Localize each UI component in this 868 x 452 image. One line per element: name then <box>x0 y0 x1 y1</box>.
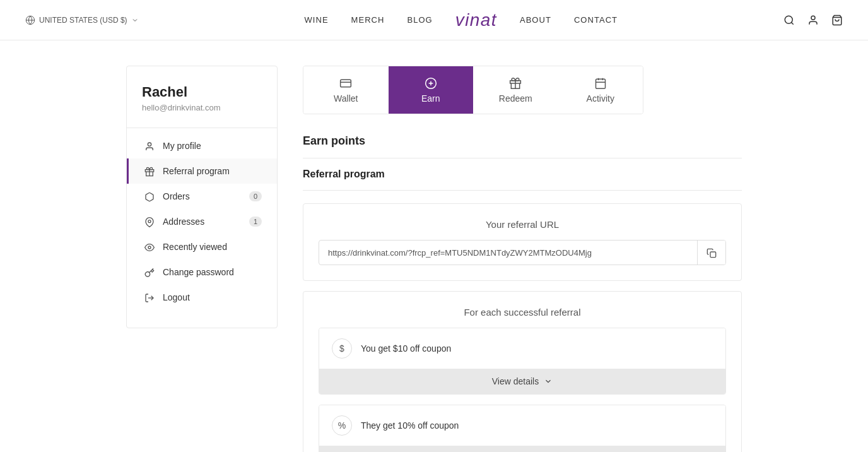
tab-activity[interactable]: Activity <box>558 66 643 114</box>
sidebar: Rachel hello@drinkvinat.com My profile <box>126 66 278 328</box>
copy-url-button[interactable] <box>697 241 725 265</box>
reward-text-2: They get 10% off coupon <box>361 420 459 431</box>
header: UNITED STATES (USD $) WINE MERCH BLOG vi… <box>0 0 868 40</box>
sidebar-item-my-profile[interactable]: My profile <box>127 133 277 158</box>
region-selector[interactable]: UNITED STATES (USD $) <box>25 15 139 25</box>
dollar-icon: $ <box>332 338 352 359</box>
account-icon[interactable] <box>807 13 819 27</box>
sidebar-label-logout: Logout <box>163 292 190 302</box>
cart-icon[interactable] <box>831 13 843 27</box>
referral-url-card: Your referral URL <box>303 203 742 281</box>
sidebar-item-logout[interactable]: Logout <box>127 285 277 310</box>
svg-point-3 <box>811 16 815 20</box>
chevron-down-icon <box>131 16 139 24</box>
svg-rect-11 <box>341 80 351 87</box>
wallet-tab-icon <box>339 76 352 90</box>
sidebar-label-orders: Orders <box>163 191 190 201</box>
tab-earn-label: Earn <box>421 93 440 104</box>
nav-wine[interactable]: WINE <box>305 15 329 25</box>
successful-referral-card: For each successful referral $ You get $… <box>303 291 742 452</box>
sidebar-username: Rachel <box>142 84 262 100</box>
logout-icon <box>144 292 155 303</box>
tab-earn[interactable]: Earn <box>389 66 474 114</box>
activity-tab-icon <box>594 76 607 90</box>
main-nav: WINE MERCH BLOG vinat ABOUT CONTACT <box>305 10 618 30</box>
gift-icon <box>144 165 155 177</box>
reward-item-2: % They get 10% off coupon <box>319 405 725 446</box>
earn-section-title: Earn points <box>303 134 742 158</box>
sidebar-item-orders[interactable]: Orders 0 <box>127 184 277 209</box>
eye-icon <box>144 241 155 253</box>
earn-tab-icon <box>425 76 437 90</box>
sidebar-item-referral-program[interactable]: Referral program <box>127 158 277 184</box>
box-icon <box>144 191 155 202</box>
reward-card-1: $ You get $10 off coupon View details <box>319 328 726 395</box>
svg-line-2 <box>791 23 793 25</box>
site-logo[interactable]: vinat <box>455 10 497 30</box>
person-icon <box>144 140 155 152</box>
tab-redeem-label: Redeem <box>499 93 532 104</box>
successful-referral-title: For each successful referral <box>319 307 726 318</box>
svg-rect-19 <box>710 252 716 258</box>
nav-about[interactable]: ABOUT <box>520 15 551 25</box>
svg-point-1 <box>785 16 792 24</box>
orders-badge: 0 <box>249 191 262 201</box>
percent-icon: % <box>332 415 352 436</box>
tab-activity-label: Activity <box>587 93 614 104</box>
svg-point-8 <box>148 220 151 222</box>
sidebar-label-referral-program: Referral program <box>163 166 230 176</box>
reward-text-1: You get $10 off coupon <box>361 343 451 354</box>
referral-url-input[interactable] <box>319 242 697 264</box>
svg-point-9 <box>148 246 151 249</box>
sidebar-user: Rachel hello@drinkvinat.com <box>127 84 277 128</box>
tabs: Wallet Earn Redeem <box>303 66 643 114</box>
sidebar-label-my-profile: My profile <box>163 141 201 151</box>
nav-blog[interactable]: BLOG <box>407 15 432 25</box>
region-label: UNITED STATES (USD $) <box>39 16 127 25</box>
sidebar-email: hello@drinkvinat.com <box>142 103 262 112</box>
reward-item-1: $ You get $10 off coupon <box>319 328 725 369</box>
search-icon[interactable] <box>783 13 795 27</box>
pin-icon <box>144 216 155 227</box>
view-details-button-1[interactable]: View details <box>319 369 725 394</box>
addresses-badge: 1 <box>249 217 262 227</box>
sidebar-item-recently-viewed[interactable]: Recently viewed <box>127 234 277 259</box>
svg-point-5 <box>148 143 151 146</box>
tab-wallet[interactable]: Wallet <box>303 66 389 114</box>
sidebar-label-addresses: Addresses <box>163 217 204 227</box>
referral-url-row <box>319 240 726 265</box>
sidebar-item-addresses[interactable]: Addresses 1 <box>127 209 277 234</box>
main-panel: Wallet Earn Redeem <box>303 66 742 452</box>
sidebar-label-change-password: Change password <box>163 267 234 277</box>
nav-contact[interactable]: CONTACT <box>574 15 618 25</box>
key-icon <box>144 266 155 278</box>
referral-url-card-title: Your referral URL <box>319 219 726 230</box>
chevron-down-icon-1 <box>544 377 553 386</box>
sidebar-nav: My profile Referral program <box>127 133 277 310</box>
globe-icon <box>25 15 35 25</box>
header-icons <box>783 13 843 27</box>
main-content: Rachel hello@drinkvinat.com My profile <box>0 40 868 452</box>
reward-card-2: % They get 10% off coupon View details <box>319 405 726 452</box>
sidebar-label-recently-viewed: Recently viewed <box>163 242 227 252</box>
svg-rect-15 <box>595 80 605 89</box>
redeem-tab-icon <box>509 76 522 90</box>
view-details-button-2[interactable]: View details <box>319 446 725 452</box>
nav-merch[interactable]: MERCH <box>351 15 385 25</box>
sidebar-item-change-password[interactable]: Change password <box>127 259 277 285</box>
tab-redeem[interactable]: Redeem <box>473 66 558 114</box>
view-details-label-1: View details <box>492 376 539 386</box>
referral-section-title: Referral program <box>303 169 742 191</box>
tab-wallet-label: Wallet <box>334 93 358 104</box>
